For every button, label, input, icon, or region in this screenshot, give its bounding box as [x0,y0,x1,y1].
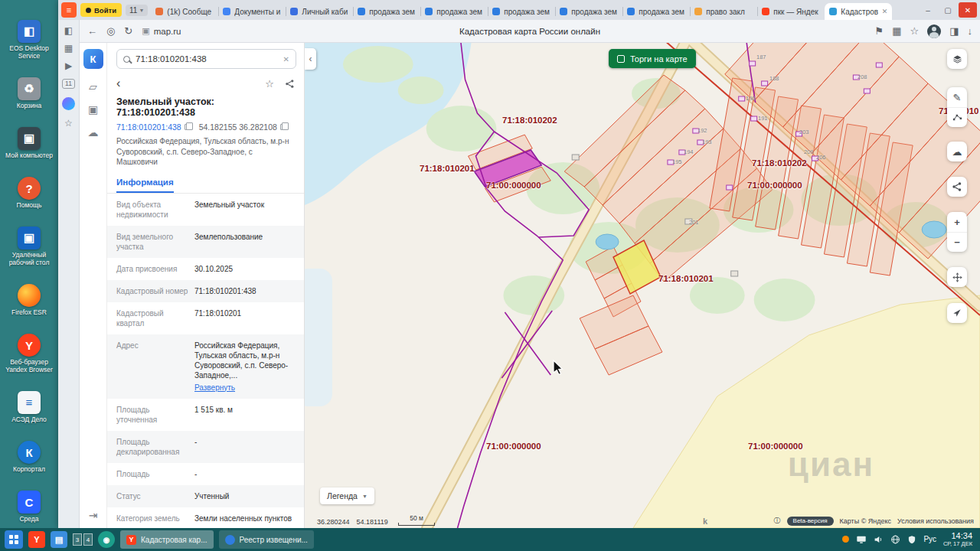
reload-icon[interactable]: ↻ [124,26,132,36]
start-menu-button[interactable] [5,530,23,549]
browser-tab[interactable]: (1k) Сообще [151,3,218,20]
network-icon[interactable] [890,533,900,546]
layers-button[interactable] [947,49,967,69]
clear-search-icon[interactable]: ✕ [283,55,289,64]
browser-tab[interactable]: продажа зем [488,3,555,20]
maximize-button[interactable]: ▢ [939,2,957,18]
bookmark-star-icon[interactable]: ☆ [910,26,920,36]
desktop-icon[interactable]: ?Помощь [1,177,57,210]
profile-avatar[interactable] [927,24,941,38]
desktop-icon[interactable]: ▣Мой компьютер [1,127,57,160]
collapse-panel-icon[interactable]: ⇥ [89,510,98,520]
browser-tab[interactable]: продажа зем [420,3,488,20]
desktop-icon[interactable]: YВеб-браузер Yandex Browser [1,334,57,374]
minimize-button[interactable]: – [919,2,937,18]
torgi-button[interactable]: Торги на карте [609,49,696,68]
tab-title: продажа зем [369,8,416,16]
search-input[interactable] [136,54,278,64]
site-logo[interactable]: К [83,49,103,69]
back-icon[interactable]: ← [87,26,97,36]
browser-tab[interactable]: пкк — Яндек [757,3,825,20]
share-map-button[interactable] [947,177,967,197]
copy-icon[interactable] [185,124,190,130]
measure-icon[interactable]: ▱ [89,81,97,92]
collapse-panel-button[interactable]: ‹ [305,48,316,70]
desktop-icon-label: Корзина [17,103,41,110]
desktop-icon[interactable]: ССреда [1,491,57,523]
share-icon[interactable] [285,79,295,89]
edit-polygon-button[interactable] [947,107,967,127]
desktop-icon[interactable]: ККорпортал [1,441,57,474]
browser-tab[interactable]: Личный каби [286,3,353,20]
favorite-star-icon[interactable]: ☆ [265,79,274,89]
zoom-out-button[interactable]: − [947,232,967,252]
side-panel-icon[interactable]: ◨ [949,26,959,36]
workspace-4[interactable]: 4 [83,533,93,546]
locate-button[interactable] [947,303,967,323]
tableau-icon[interactable]: ▦ [64,44,73,53]
trash-icon: ♻ [18,77,41,100]
downloads-icon[interactable]: ↓ [968,26,973,36]
cloud-icon[interactable]: ☁ [88,127,99,138]
map-area[interactable]: 71:18:01020271:18:01020171:00:00000071:1… [305,43,980,528]
bookmarks-star-icon[interactable]: ☆ [64,119,73,128]
workspace-3[interactable]: 3 [73,533,82,546]
desktop-icon[interactable]: ♻Корзина [1,77,57,110]
browser-tab[interactable]: Кадастров...✕ [825,3,892,20]
language-indicator[interactable]: Рус [923,535,936,543]
alice-icon[interactable] [62,97,75,110]
tab-title: Документы и [234,8,281,16]
taskbar-yandex-icon[interactable]: Y [28,531,45,548]
site-protect-icon[interactable]: ◎ [106,26,115,36]
map-canvas[interactable] [305,43,980,528]
terms-link[interactable]: Условия использования [897,517,974,525]
browser-tab[interactable]: Документы и [218,3,286,20]
pan-button[interactable] [947,267,967,287]
workspace-pager[interactable]: 3 4 [73,533,93,546]
close-button[interactable]: ✕ [959,2,977,18]
copy-icon[interactable] [280,124,286,130]
login-button[interactable]: Войти [80,3,122,17]
browser-tab[interactable]: продажа зем [555,3,622,20]
desktop-icon[interactable]: Firefox ESR [1,284,57,317]
calendar-badge[interactable]: 11 [62,79,75,89]
browser-tab[interactable]: право закл [690,3,757,20]
sidebar-toggle-icon[interactable]: ◧ [64,26,73,35]
display-icon[interactable] [856,533,867,546]
search-box[interactable]: ✕ [116,49,296,69]
browser-tab[interactable]: продажа зем [622,3,690,20]
desktop-icon[interactable]: ◧EOS Desktop Service [1,20,57,60]
flag-icon[interactable]: ⚑ [875,26,884,36]
yandex-disk-icon[interactable] [842,536,849,543]
coordinates-link[interactable]: 54.182155 36.282108 [199,122,286,132]
desktop-icon[interactable]: ≡АСЭД Дело [1,391,57,424]
zoom-in-button[interactable]: + [947,212,967,232]
browser-menu-icon[interactable]: ≡ [61,2,77,18]
tab-information[interactable]: Информация [116,174,174,193]
panel-back-button[interactable]: ‹ [116,77,120,90]
volume-icon[interactable] [874,533,884,546]
measure-button[interactable]: ✎ [947,87,967,107]
taskbar-map-icon[interactable]: ◉ [98,531,115,548]
taskbar-files-icon[interactable]: ▤ [51,531,67,548]
shield-icon[interactable] [907,533,916,546]
desktop-icon-label: Корпортал [13,466,45,474]
legend-button[interactable]: Легенда ▼ [320,487,374,504]
frame-icon[interactable]: ▣ [88,104,98,115]
address-field[interactable]: ▣ map.ru [142,26,181,36]
download-map-button[interactable]: ☁ [947,142,967,161]
quarter-label: 71:00:000000 [486,181,541,190]
taskbar-window-cadastral[interactable]: Y Кадастровая кар... [120,530,214,549]
play-icon[interactable]: ▶ [65,61,72,70]
browser-tab[interactable]: продажа зем [353,3,420,20]
clock[interactable]: 14:34 СР, 17 ДЕК [943,531,975,547]
expand-link[interactable]: Развернуть [194,383,295,393]
tab-close-icon[interactable]: ✕ [882,8,888,15]
tiles-icon[interactable]: ▦ [892,26,901,36]
tab-counter-button[interactable]: 11 ▼ [126,5,148,16]
desktop-icon[interactable]: ▣Удалённый рабочий стол [1,227,57,267]
info-icon[interactable]: ⓘ [774,516,781,526]
info-row: Кадастровый номер71:18:010201:438 [107,280,304,302]
cadastral-number-link[interactable]: 71:18:010201:438 [116,122,190,132]
taskbar-window-registry[interactable]: Реестр извещени... [219,530,314,549]
